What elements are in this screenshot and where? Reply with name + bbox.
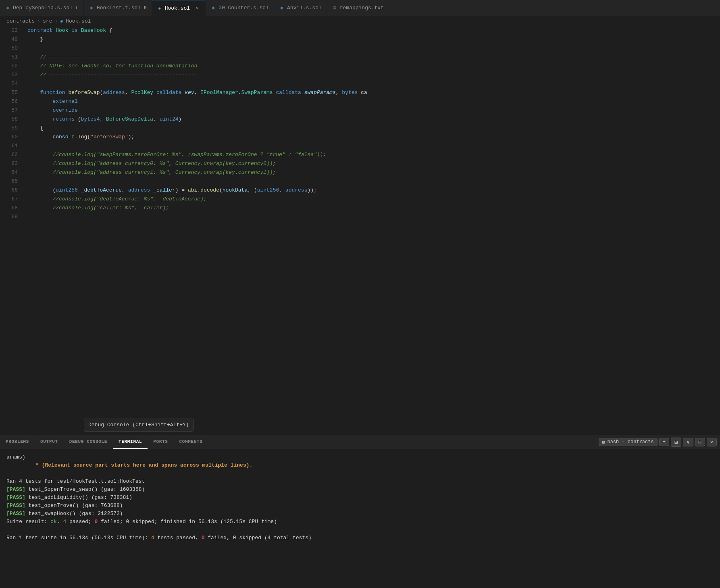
ln-61: 61 bbox=[0, 142, 18, 150]
ln-57: 57 bbox=[0, 106, 18, 115]
tab-comments[interactable]: COMMENTS bbox=[173, 435, 208, 449]
layout-icon: ⊟ bbox=[699, 439, 701, 445]
breadcrumb-file-icon: ◈ bbox=[60, 18, 63, 24]
tab-deploy-label: DeploySepolia.s.sol bbox=[13, 5, 73, 11]
code-line-63: //console.log("address currency0: %s", C… bbox=[27, 159, 720, 168]
ln-22: 22 bbox=[0, 26, 18, 35]
add-icon: + bbox=[663, 439, 666, 445]
tab-terminal[interactable]: TERMINAL bbox=[113, 435, 148, 449]
breadcrumb-contracts[interactable]: contracts bbox=[6, 18, 35, 24]
code-line-69 bbox=[27, 213, 720, 221]
terminal-line-arams: arams) bbox=[6, 453, 714, 461]
tab-deploy-suffix: U bbox=[76, 6, 79, 10]
code-line-60: console.log("beforeSwap"); bbox=[27, 133, 720, 142]
tab-hook-close[interactable]: ✕ bbox=[194, 5, 200, 11]
terminal-line-empty2 bbox=[6, 526, 714, 534]
editor: 22 49 50 51 52 53 54 55 56 57 58 59 60 6… bbox=[0, 26, 720, 435]
eth-icon-deploy: ◈ bbox=[5, 5, 10, 11]
code-line-59: { bbox=[27, 124, 720, 133]
tab-deploy[interactable]: ◈ DeploySepolia.s.sol U bbox=[0, 0, 84, 16]
tab-output[interactable]: OUTPUT bbox=[35, 435, 64, 449]
tab-bar: ◈ DeploySepolia.s.sol U ◈ HookTest.t.sol… bbox=[0, 0, 720, 16]
terminal-line-pass4: [PASS] test_swapHook() (gas: 2122572) bbox=[6, 510, 714, 518]
tab-anvil[interactable]: ◈ Anvil.s.sol bbox=[274, 0, 327, 16]
ln-55: 55 bbox=[0, 88, 18, 97]
ln-67: 67 bbox=[0, 195, 18, 204]
terminal-line-pass3: [PASS] test_openTrove() (gas: 763688) bbox=[6, 502, 714, 510]
more-terminal-btn[interactable]: ∨ bbox=[683, 438, 693, 446]
terminal-line-ran4: Ran 4 tests for test/HookTest.t.sol:Hook… bbox=[6, 477, 714, 486]
tab-hook-label: Hook.sol bbox=[165, 5, 190, 11]
eth-icon-anvil: ◈ bbox=[279, 5, 285, 11]
terminal-line-caret: ^ (Relevant source part starts here and … bbox=[6, 461, 714, 469]
debug-console-tooltip: Debug Console (Ctrl+Shift+Alt+Y) bbox=[84, 419, 194, 432]
tab-counter-label: 00_Counter.s.sol bbox=[218, 5, 269, 11]
ln-53: 53 bbox=[0, 71, 18, 79]
terminal-content[interactable]: arams) ^ (Relevant source part starts he… bbox=[0, 449, 720, 588]
ln-65: 65 bbox=[0, 177, 18, 186]
ln-52: 52 bbox=[0, 62, 18, 71]
code-line-22: contract Hook is BaseHook { bbox=[27, 26, 720, 35]
code-line-50 bbox=[27, 44, 720, 53]
panel-actions: ⊡ bash - contracts + ⊞ ∨ ⊟ ✕ bbox=[599, 438, 720, 447]
tab-counter[interactable]: ◈ 00_Counter.s.sol bbox=[206, 0, 274, 16]
tab-problems[interactable]: PROBLEMS bbox=[0, 435, 35, 449]
panel: PROBLEMS OUTPUT DEBUG CONSOLE TERMINAL P… bbox=[0, 435, 720, 588]
tab-anvil-label: Anvil.s.sol bbox=[287, 5, 322, 11]
panel-close-btn[interactable]: ✕ bbox=[707, 438, 717, 446]
tab-ports[interactable]: PORTS bbox=[148, 435, 173, 449]
close-icon: ✕ bbox=[710, 439, 713, 445]
terminal-line-suite: Suite result: ok . 4 passed; 0 failed; 0… bbox=[6, 518, 714, 526]
terminal-instance-label: bash - contracts bbox=[607, 439, 653, 445]
breadcrumb-file[interactable]: Hook.sol bbox=[66, 18, 91, 24]
tab-hooktest[interactable]: ◈ HookTest.t.sol M bbox=[84, 0, 152, 16]
ln-56: 56 bbox=[0, 97, 18, 106]
tab-remappings[interactable]: ≡ remappings.txt bbox=[327, 0, 389, 16]
code-line-64: //console.log("address currency1: %s", C… bbox=[27, 168, 720, 177]
terminal-line-pass1: [PASS] test_SopenTrove_swap() (gas: 1603… bbox=[6, 486, 714, 494]
ln-58: 58 bbox=[0, 115, 18, 124]
terminal-line-empty1 bbox=[6, 469, 714, 477]
tab-hooktest-suffix: M bbox=[144, 6, 147, 10]
tab-hook[interactable]: ◈ Hook.sol ✕ bbox=[152, 0, 206, 16]
chevron-down-icon: ∨ bbox=[687, 439, 689, 445]
code-line-65 bbox=[27, 177, 720, 186]
ln-54: 54 bbox=[0, 79, 18, 88]
code-line-68: //console.log("caller: %s", _caller); bbox=[27, 204, 720, 213]
ln-59: 59 bbox=[0, 124, 18, 133]
code-content[interactable]: contract Hook is BaseHook { } // -------… bbox=[24, 26, 720, 435]
tab-hooktest-label: HookTest.t.sol bbox=[97, 5, 141, 11]
ln-69: 69 bbox=[0, 213, 18, 221]
code-area[interactable]: 22 49 50 51 52 53 54 55 56 57 58 59 60 6… bbox=[0, 26, 720, 435]
ln-68: 68 bbox=[0, 204, 18, 213]
eth-icon-counter: ◈ bbox=[210, 5, 216, 11]
terminal-line-pass2: [PASS] test_addLiquidity() (gas: 738381) bbox=[6, 494, 714, 502]
breadcrumb-src[interactable]: src bbox=[43, 18, 52, 24]
ln-51: 51 bbox=[0, 53, 18, 62]
ln-64: 64 bbox=[0, 168, 18, 177]
code-line-67: //console.log("debtToAccrue: %s", _debtT… bbox=[27, 195, 720, 204]
panel-tab-bar: PROBLEMS OUTPUT DEBUG CONSOLE TERMINAL P… bbox=[0, 435, 720, 449]
terminal-instance-btn[interactable]: ⊡ bash - contracts bbox=[599, 438, 658, 446]
breadcrumb-sep-1: › bbox=[37, 18, 40, 24]
tab-debug-console[interactable]: DEBUG CONSOLE bbox=[64, 435, 113, 449]
panel-layout-btn[interactable]: ⊟ bbox=[695, 438, 705, 446]
code-line-54 bbox=[27, 79, 720, 88]
ln-50: 50 bbox=[0, 44, 18, 53]
terminal-line-summary: Ran 1 test suite in 56.13s (56.13s CPU t… bbox=[6, 534, 714, 542]
code-line-55: function beforeSwap(address, PoolKey cal… bbox=[27, 88, 720, 97]
eth-icon-hooktest: ◈ bbox=[89, 5, 94, 11]
list-icon-remappings: ≡ bbox=[332, 5, 337, 11]
code-line-66: (uint256 _debtToAccrue, address _caller)… bbox=[27, 186, 720, 195]
split-icon: ⊞ bbox=[674, 439, 678, 446]
code-line-53: // -------------------------------------… bbox=[27, 71, 720, 79]
code-line-58: returns (bytes4, BeforeSwapDelta, uint24… bbox=[27, 115, 720, 124]
code-line-62: //console.log("swapParams.zeroForOne: %s… bbox=[27, 150, 720, 159]
terminal-icon: ⊡ bbox=[602, 440, 605, 445]
breadcrumb-sep-2: › bbox=[54, 18, 58, 24]
split-terminal-btn[interactable]: ⊞ bbox=[671, 438, 681, 447]
code-line-52: // NOTE: see IHooks.sol for function doc… bbox=[27, 62, 720, 71]
line-numbers: 22 49 50 51 52 53 54 55 56 57 58 59 60 6… bbox=[0, 26, 24, 435]
add-terminal-btn[interactable]: + bbox=[659, 438, 669, 446]
code-line-51: // -------------------------------------… bbox=[27, 53, 720, 62]
